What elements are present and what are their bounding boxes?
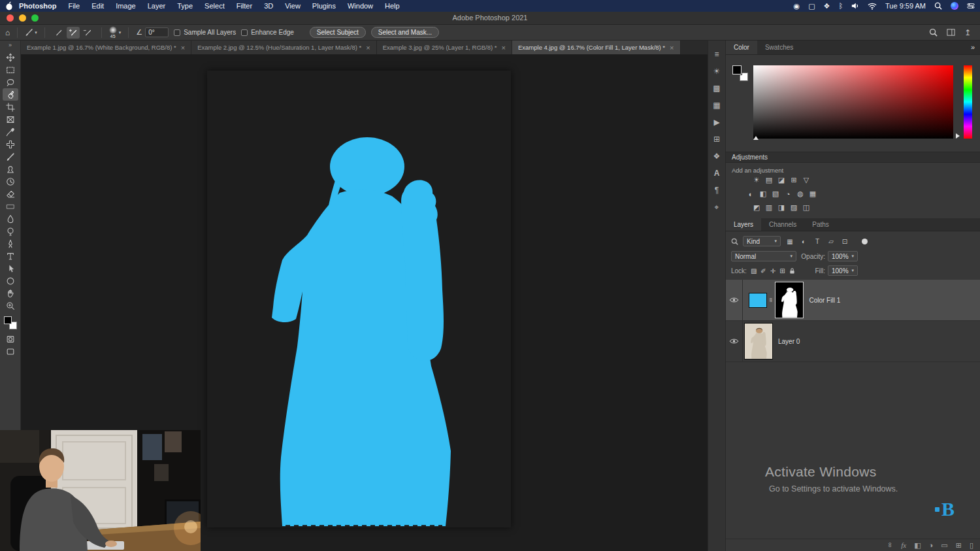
filter-kind-dropdown[interactable]: Kind ▾ — [743, 236, 781, 246]
record-icon[interactable]: ◉ — [794, 0, 800, 12]
zoom-tool[interactable] — [3, 299, 18, 312]
share-icon[interactable]: ↥ — [964, 28, 971, 37]
tool-preset-picker[interactable]: ▾ — [25, 28, 37, 37]
menu-view[interactable]: View — [279, 0, 306, 12]
dropbox-icon[interactable]: ❖ — [824, 0, 830, 12]
layer-name[interactable]: Layer 0 — [778, 338, 800, 345]
link-layers-icon[interactable]: ∞ — [887, 543, 894, 548]
tab-close-icon[interactable]: × — [366, 44, 370, 52]
filter-adjustment-layers-icon[interactable]: ◐ — [799, 238, 808, 245]
minimize-window-button[interactable] — [19, 14, 26, 22]
new-layer-icon[interactable]: ⊞ — [956, 541, 962, 550]
document-view[interactable] — [207, 71, 511, 527]
display-icon[interactable]: ▢ — [808, 0, 815, 12]
gradient-map-icon[interactable]: ▨ — [789, 203, 798, 212]
color-fill-swatch-thumbnail[interactable] — [749, 293, 767, 308]
invert-icon[interactable]: ◩ — [752, 203, 761, 212]
tab-close-icon[interactable]: × — [181, 44, 185, 52]
layer-row-color-fill-1[interactable]: ∞ Color Fill 1 — [726, 280, 980, 321]
menu-plugins[interactable]: Plugins — [306, 0, 342, 12]
filter-type-layers-icon[interactable]: T — [813, 238, 822, 245]
menu-help[interactable]: Help — [379, 0, 406, 12]
document-tab-1[interactable]: Example 1.jpg @ 16.7% (White Background,… — [21, 41, 191, 54]
apple-icon[interactable] — [5, 1, 13, 10]
panel-libraries-icon[interactable]: ⊞ — [713, 135, 720, 144]
color-balance-icon[interactable]: ◧ — [759, 189, 768, 199]
clone-stamp-tool[interactable] — [3, 163, 18, 175]
foreground-color-swatch[interactable] — [732, 65, 742, 75]
panel-clone-source-icon[interactable]: ⌖ — [715, 203, 719, 212]
selective-color-icon[interactable]: ◫ — [802, 203, 811, 212]
enhance-edge-checkbox[interactable]: Enhance Edge — [241, 29, 294, 36]
quick-selection-tool[interactable] — [3, 88, 18, 101]
panel-patterns-icon[interactable]: ▦ — [713, 101, 720, 110]
hand-tool[interactable] — [3, 287, 18, 299]
marquee-tool[interactable] — [3, 63, 18, 76]
saturation-brightness-field[interactable] — [753, 65, 953, 139]
add-to-selection-mode-button[interactable] — [67, 27, 80, 39]
new-adjustment-layer-icon[interactable]: ◑ — [929, 541, 934, 549]
layer-row-layer-0[interactable]: Layer 0 — [726, 321, 980, 362]
bluetooth-icon[interactable]: ᛒ — [838, 0, 843, 12]
tab-swatches[interactable]: Swatches — [757, 41, 801, 54]
dodge-tool[interactable] — [3, 225, 18, 237]
tab-close-icon[interactable]: × — [670, 44, 674, 52]
home-icon[interactable]: ⌂ — [5, 28, 10, 37]
layer-mask-thumbnail[interactable] — [775, 282, 804, 318]
visibility-eye-icon[interactable] — [729, 338, 739, 344]
lock-image-pixels-icon[interactable]: ✐ — [760, 267, 766, 275]
layer-name[interactable]: Color Fill 1 — [809, 297, 840, 304]
spot-healing-brush-tool[interactable] — [3, 138, 18, 150]
new-selection-mode-button[interactable] — [52, 27, 65, 39]
frame-tool[interactable] — [3, 113, 18, 125]
add-layer-mask-icon[interactable]: ◧ — [914, 541, 921, 550]
fill-dropdown[interactable]: 100% ▾ — [828, 265, 858, 276]
eraser-tool[interactable] — [3, 188, 18, 200]
workspace-layout-icon[interactable] — [947, 28, 955, 37]
menu-photoshop[interactable]: Photoshop — [13, 0, 62, 12]
search-icon[interactable] — [929, 28, 938, 37]
menu-file[interactable]: File — [62, 0, 86, 12]
hue-saturation-icon[interactable]: ◐ — [746, 189, 755, 199]
gradient-tool[interactable] — [3, 200, 18, 212]
control-center-icon[interactable] — [967, 3, 975, 9]
foreground-background-colors[interactable] — [4, 316, 17, 329]
blend-mode-dropdown[interactable]: Normal ▾ — [731, 251, 796, 261]
document-tab-3[interactable]: Example 3.jpg @ 25% (Layer 1, RGB/8) * × — [377, 41, 512, 54]
menu-edit[interactable]: Edit — [86, 0, 110, 12]
ellipse-tool[interactable] — [3, 275, 18, 287]
opacity-dropdown[interactable]: 100% ▾ — [828, 251, 858, 261]
posterize-icon[interactable]: ▥ — [764, 203, 774, 212]
sample-all-layers-checkbox[interactable]: Sample All Layers — [174, 29, 236, 36]
panel-actions-icon[interactable]: ▶ — [713, 118, 719, 127]
move-tool[interactable] — [3, 51, 18, 63]
new-group-icon[interactable]: ▭ — [941, 541, 947, 550]
document-tab-2[interactable]: Example 2.jpg @ 12.5% (Hue/Saturation 1,… — [191, 41, 376, 54]
document-tab-4-active[interactable]: Example 4.jpg @ 16.7% (Color Fill 1, Lay… — [512, 41, 681, 54]
hue-slider[interactable] — [964, 65, 972, 139]
channel-mixer-icon[interactable]: ◍ — [796, 189, 805, 199]
brush-preset-picker[interactable]: 45 ▾ — [109, 26, 122, 39]
pen-tool[interactable] — [3, 237, 18, 250]
select-and-mask-button[interactable]: Select and Mask... — [371, 27, 439, 38]
zoom-window-button[interactable] — [31, 14, 39, 22]
threshold-icon[interactable]: ◨ — [777, 203, 786, 212]
photo-filter-icon[interactable]: ◔ — [783, 189, 792, 199]
close-window-button[interactable] — [7, 14, 14, 22]
lock-all-icon[interactable] — [789, 267, 795, 275]
brush-tool[interactable] — [3, 150, 18, 163]
tab-color[interactable]: Color — [726, 41, 757, 54]
type-tool[interactable] — [3, 250, 18, 262]
menu-select[interactable]: Select — [199, 0, 231, 12]
path-selection-tool[interactable] — [3, 262, 18, 275]
lock-artboard-icon[interactable]: ⊞ — [779, 267, 785, 275]
adjustments-header[interactable]: Adjustments — [726, 152, 980, 163]
visibility-eye-icon[interactable] — [729, 297, 739, 303]
document-image[interactable] — [207, 71, 511, 527]
panel-properties-icon[interactable]: ≡ — [714, 50, 719, 59]
toolbar-collapse-icon[interactable]: » — [8, 42, 12, 48]
menu-layer[interactable]: Layer — [142, 0, 172, 12]
panel-gradients-icon[interactable]: ▩ — [713, 84, 720, 93]
color-fg-bg-widget[interactable] — [732, 65, 748, 81]
menu-filter[interactable]: Filter — [231, 0, 258, 12]
